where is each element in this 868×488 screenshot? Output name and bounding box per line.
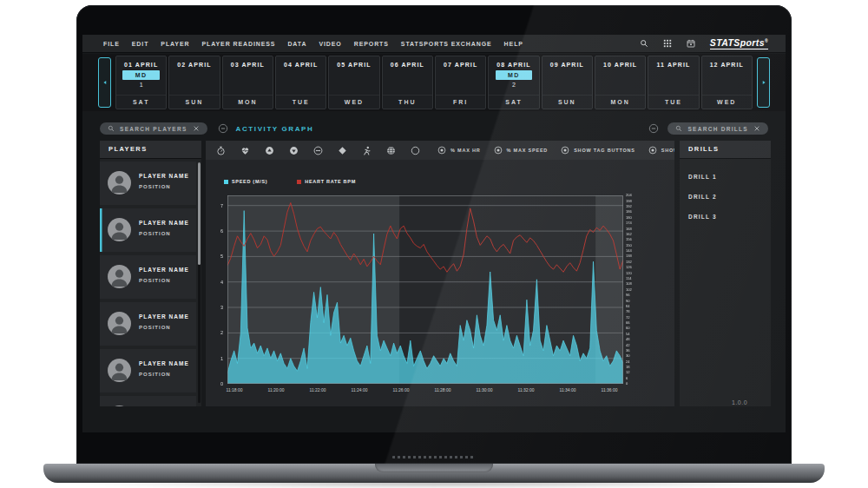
legend-swatch: [224, 180, 228, 184]
day-label: TUE: [648, 95, 698, 109]
heart-rate-icon[interactable]: [240, 146, 250, 155]
player-list: PLAYER NAMEPOSITIONPLAYER NAMEPOSITIONPL…: [100, 162, 196, 406]
chart-plot-area[interactable]: [227, 195, 623, 384]
toggle-max-speed[interactable]: % MAX SPEED: [494, 146, 549, 155]
player-text: PLAYER NAMEPOSITION: [139, 313, 189, 330]
drills-panel: DRILLS DRILL 1DRILL 2DRILL 3: [680, 141, 771, 406]
date-card-11-april[interactable]: 11 APRILTUE: [648, 56, 699, 109]
toggle-max-hr[interactable]: % MAX HR: [437, 146, 481, 155]
x-axis-tick: 11:32:00: [517, 388, 534, 392]
toggle-dot-icon: [437, 146, 446, 155]
y-left-tick: 5: [207, 254, 223, 260]
y-right-tick: 0: [626, 382, 628, 386]
y-right-tick: 204: [626, 194, 632, 197]
player-list-item[interactable]: PLAYER NAMEPOSITION: [100, 396, 196, 406]
arrows-horizontal-circle-icon[interactable]: [313, 146, 323, 155]
search-icon[interactable]: [640, 39, 648, 48]
players-scrollbar[interactable]: [198, 162, 201, 403]
player-position: POSITION: [139, 278, 189, 283]
menu-item-video[interactable]: VIDEO: [319, 41, 341, 47]
player-list-item[interactable]: PLAYER NAMEPOSITION: [100, 208, 196, 252]
toggle-dot-icon: [561, 146, 569, 155]
search-players-label: SEARCH PLAYERS: [120, 126, 187, 132]
y-left-tick: 4: [207, 280, 223, 285]
menu-item-edit[interactable]: EDIT: [132, 41, 149, 47]
globe-icon[interactable]: [386, 146, 396, 155]
circle-icon[interactable]: [411, 146, 420, 155]
legend-swatch: [297, 180, 301, 184]
grid-icon[interactable]: [663, 39, 672, 48]
hinge-vents: [392, 456, 476, 458]
menu-item-reports[interactable]: REPORTS: [354, 41, 389, 47]
app-window: FILEEDITPLAYERPLAYER READINESSDATAVIDEOR…: [82, 35, 786, 432]
date-card-09-april[interactable]: 09 APRILSUN: [542, 56, 593, 109]
menu-item-file[interactable]: FILE: [103, 41, 120, 47]
menu-item-player-readiness[interactable]: PLAYER READINESS: [201, 41, 275, 47]
player-list-item[interactable]: PLAYER NAMEPOSITION: [100, 302, 196, 346]
date-card-01-april[interactable]: 01 APRILMD1SAT: [115, 56, 167, 109]
player-list-item[interactable]: PLAYER NAMEPOSITION: [100, 162, 196, 205]
x-axis-tick: 11:20:00: [268, 388, 285, 392]
player-list-item[interactable]: PLAYER NAMEPOSITION: [100, 255, 196, 299]
menu-item-help[interactable]: HELP: [504, 41, 523, 47]
y-right-tick: 48: [626, 338, 630, 341]
x-axis-tick: 11:34:00: [560, 388, 576, 392]
day-label: THU: [383, 95, 432, 109]
y-left-tick: 2: [207, 331, 223, 336]
date-card-08-april[interactable]: 08 APRILMD2SAT: [488, 56, 539, 109]
date-card-list: 01 APRILMD1SAT02 APRILSUN03 APRILMON04 A…: [115, 56, 753, 109]
date-card-06-april[interactable]: 06 APRILTHU: [382, 56, 433, 109]
search-icon: [108, 125, 115, 132]
y-right-tick: 30: [626, 354, 630, 358]
drill-item-drill-2[interactable]: DRILL 2: [680, 187, 771, 207]
date-card-02-april[interactable]: 02 APRILSUN: [168, 56, 220, 109]
menu-item-data[interactable]: DATA: [287, 41, 306, 47]
diamond-icon[interactable]: [338, 146, 347, 155]
y-left-tick: 3: [207, 305, 223, 310]
day-label: WED: [329, 95, 378, 109]
arrow-down-circle-icon[interactable]: [289, 146, 299, 155]
chart-tool-icons: [216, 146, 420, 155]
search-players-input[interactable]: SEARCH PLAYERS: [100, 122, 207, 135]
collapse-players-icon[interactable]: [218, 123, 228, 134]
x-axis-tick: 11:18:00: [227, 388, 243, 392]
drill-item-drill-1[interactable]: DRILL 1: [680, 167, 771, 187]
y-right-tick: 12: [626, 371, 630, 374]
y-right-tick: 102: [626, 288, 632, 292]
y-right-tick: 78: [626, 310, 630, 313]
laptop-base: [43, 464, 825, 483]
x-axis-tick: 11:24:00: [351, 388, 367, 392]
carousel-next-button[interactable]: [757, 57, 770, 108]
legend-label: SPEED (M/S): [232, 179, 267, 184]
calendar-icon[interactable]: [687, 39, 695, 48]
stopwatch-icon[interactable]: [216, 146, 226, 155]
drill-item-drill-3[interactable]: DRILL 3: [680, 207, 771, 227]
menu-item-statsports-exchange[interactable]: STATSPORTS EXCHANGE: [401, 41, 492, 47]
players-scrollbar-thumb[interactable]: [198, 162, 201, 265]
day-label: WED: [702, 95, 752, 109]
search-icon: [675, 125, 682, 132]
date-card-07-april[interactable]: 07 APRILFRI: [435, 56, 486, 109]
player-list-item[interactable]: PLAYER NAMEPOSITION: [100, 349, 196, 392]
y-right-tick: 72: [626, 316, 630, 320]
date-card-12-april[interactable]: 12 APRILWED: [701, 56, 753, 109]
toggle-show-drill-editor[interactable]: SHOW DRILL EDITOR: [648, 146, 674, 155]
person-icon: [108, 218, 131, 241]
arrow-up-circle-icon[interactable]: [265, 146, 274, 155]
search-drills-input[interactable]: SEARCH DRILLS: [667, 122, 768, 135]
y-right-tick: 156: [626, 238, 632, 241]
date-card-03-april[interactable]: 03 APRILMON: [222, 56, 273, 109]
runner-icon[interactable]: [362, 146, 372, 155]
day-label: SUN: [542, 95, 592, 109]
date-carousel: 01 APRILMD1SAT02 APRILSUN03 APRILMON04 A…: [82, 54, 786, 111]
player-name: PLAYER NAME: [139, 267, 189, 273]
carousel-prev-button[interactable]: [98, 57, 111, 108]
menu-item-player[interactable]: PLAYER: [161, 41, 189, 47]
date-card-04-april[interactable]: 04 APRILTUE: [275, 56, 326, 109]
date-card-10-april[interactable]: 10 APRILMON: [595, 56, 646, 109]
toggle-show-tag-buttons[interactable]: SHOW TAG BUTTONS: [561, 146, 635, 155]
date-card-05-april[interactable]: 05 APRILWED: [328, 56, 379, 109]
chart-toggles: % MAX HR% MAX SPEEDSHOW TAG BUTTONSSHOW …: [437, 146, 674, 155]
day-label: FRI: [436, 95, 485, 109]
collapse-drills-icon[interactable]: [648, 123, 659, 134]
